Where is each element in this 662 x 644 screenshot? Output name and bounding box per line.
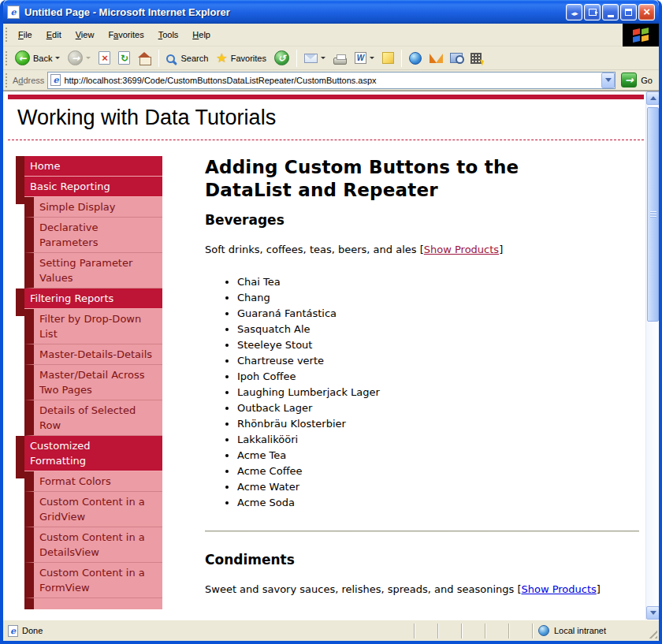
messenger-button[interactable] xyxy=(405,50,426,66)
toolbar-separator xyxy=(158,50,159,67)
back-dropdown-caret[interactable] xyxy=(55,57,60,59)
scroll-up-button[interactable] xyxy=(646,91,660,105)
sidebar-item-details-of-selected-row[interactable]: Details of Selected Row xyxy=(24,400,162,436)
nav-sub-label: Master/Detail Across Two Pages xyxy=(39,369,145,396)
menu-bar-grip[interactable] xyxy=(5,27,8,43)
refresh-icon xyxy=(118,51,130,65)
nav-arrows-button[interactable] xyxy=(566,4,582,20)
research-book-icon xyxy=(450,53,463,63)
sidebar-item-setting-parameter-values[interactable]: Setting Parameter Values xyxy=(24,253,162,288)
address-url[interactable]: http://localhost:3699/Code/CustomButtons… xyxy=(64,76,601,85)
home-button[interactable] xyxy=(134,50,155,66)
toolbar-separator xyxy=(296,50,297,67)
sidebar-item-custom-content-in-a-detailsview[interactable]: Custom Content in a DetailsView xyxy=(24,527,162,563)
zone-label: Local intranet xyxy=(554,626,606,635)
page-heading: Adding Custom Buttons to the DataList an… xyxy=(205,156,591,202)
nav-header-label: Home xyxy=(30,160,60,172)
sidebar-item-format-colors[interactable]: Format Colors xyxy=(24,471,162,492)
go-label: Go xyxy=(641,76,653,85)
minimize-button[interactable] xyxy=(602,4,619,20)
toolbar: Back Search Favorites xyxy=(3,47,659,70)
detach-window-button[interactable] xyxy=(584,4,601,20)
back-button[interactable]: Back xyxy=(11,49,64,67)
status-pane xyxy=(414,624,437,638)
mail-icon xyxy=(304,54,318,63)
mail-button[interactable] xyxy=(300,52,329,65)
address-input[interactable]: http://localhost:3699/Code/CustomButtons… xyxy=(47,72,616,89)
toolbar-grip[interactable] xyxy=(5,50,8,66)
security-zone-pane: Local intranet xyxy=(532,624,647,638)
search-button[interactable]: Search xyxy=(162,51,212,65)
maximize-button[interactable] xyxy=(620,4,637,20)
product-item: Acme Tea xyxy=(237,448,639,463)
thumb-grip-icon xyxy=(650,211,656,218)
print-icon xyxy=(333,58,347,65)
product-item: Lakkalikööri xyxy=(237,432,639,448)
menu-edit[interactable]: Edit xyxy=(39,27,69,43)
site-title: Working with Data Tutorials xyxy=(17,106,645,130)
resize-grip[interactable] xyxy=(647,620,659,641)
menu-view[interactable]: View xyxy=(69,27,102,43)
sidebar-item-partial[interactable] xyxy=(24,598,162,609)
scroll-down-button[interactable] xyxy=(646,606,660,620)
category-description-condiments: Sweet and savory sauces, relishes, sprea… xyxy=(205,583,639,595)
ie-window-icon xyxy=(7,6,20,19)
edit-dropdown-caret[interactable] xyxy=(370,57,374,59)
show-products-link-beverages[interactable]: Show Products xyxy=(424,244,499,255)
research-button[interactable] xyxy=(446,51,467,65)
close-button[interactable] xyxy=(638,4,655,20)
nav-header-label: Customized Formatting xyxy=(30,440,91,467)
edit-button[interactable] xyxy=(351,50,378,65)
nav-sub-group: Filter by Drop-Down ListMaster-Details-D… xyxy=(24,309,162,436)
sidebar-item-home[interactable]: Home xyxy=(24,156,162,177)
status-bar: Done Local intranet xyxy=(3,620,659,641)
discuss-button[interactable] xyxy=(378,50,398,65)
edit-word-icon xyxy=(355,52,366,64)
forward-dropdown-caret[interactable] xyxy=(86,57,91,59)
print-button[interactable] xyxy=(329,50,351,66)
nav-sub-group: Simple DisplayDeclarative ParametersSett… xyxy=(24,197,162,288)
vertical-scrollbar[interactable] xyxy=(645,91,659,620)
refresh-button[interactable] xyxy=(114,50,134,66)
nav-sub-group: Format ColorsCustom Content in a GridVie… xyxy=(24,471,162,598)
status-pane xyxy=(508,624,532,638)
stop-icon xyxy=(99,51,110,65)
mobile-favorites-icon xyxy=(470,53,482,64)
sidebar-item-customized-formatting[interactable]: Customized Formatting xyxy=(24,436,162,471)
mail-dropdown-caret[interactable] xyxy=(321,57,325,59)
category-description-beverages: Soft drinks, coffees, teas, beers, and a… xyxy=(205,244,639,255)
sidebar-item-custom-content-in-a-gridview[interactable]: Custom Content in a GridView xyxy=(24,492,162,527)
minimize-icon xyxy=(608,15,614,17)
menu-help[interactable]: Help xyxy=(185,27,218,43)
product-item: Steeleye Stout xyxy=(237,337,639,353)
sidebar-item-filter-by-drop-down-list[interactable]: Filter by Drop-Down List xyxy=(24,309,162,344)
sidebar-item-basic-reporting[interactable]: Basic Reporting xyxy=(24,177,162,197)
sidebar-item-master-details-details[interactable]: Master-Details-Details xyxy=(24,344,162,365)
sidebar-item-filtering-reports[interactable]: Filtering Reports xyxy=(24,288,162,309)
menu-favorites[interactable]: Favorites xyxy=(101,27,151,43)
address-label: Address xyxy=(13,76,44,85)
product-item: Acme Water xyxy=(237,479,639,495)
stop-button[interactable] xyxy=(95,50,114,66)
search-icon xyxy=(166,54,175,63)
page-columns: HomeBasic ReportingSimple DisplayDeclara… xyxy=(16,156,639,609)
forward-button[interactable] xyxy=(64,49,95,67)
menu-file[interactable]: File xyxy=(11,27,39,43)
mobile-favorites-button[interactable] xyxy=(467,51,485,65)
browser-viewport: Working with Data Tutorials HomeBasic Re… xyxy=(3,91,659,620)
sidebar-item-declarative-parameters[interactable]: Declarative Parameters xyxy=(24,218,162,253)
address-bar-grip[interactable] xyxy=(5,73,8,88)
go-button[interactable]: Go xyxy=(621,73,653,87)
menu-tools[interactable]: Tools xyxy=(151,27,186,43)
favorites-button[interactable]: Favorites xyxy=(212,49,270,67)
history-button[interactable] xyxy=(270,49,293,67)
msn-button[interactable] xyxy=(426,52,446,65)
sidebar-item-simple-display[interactable]: Simple Display xyxy=(24,197,162,218)
toolbar-separator xyxy=(401,50,402,67)
show-products-link-condiments[interactable]: Show Products xyxy=(521,583,596,595)
status-pane xyxy=(437,624,461,638)
sidebar-item-master-detail-across-two-pages[interactable]: Master/Detail Across Two Pages xyxy=(24,365,162,400)
address-dropdown-button[interactable] xyxy=(601,73,615,88)
scroll-thumb[interactable] xyxy=(647,107,659,322)
sidebar-item-custom-content-in-a-formview[interactable]: Custom Content in a FormView xyxy=(24,563,162,598)
